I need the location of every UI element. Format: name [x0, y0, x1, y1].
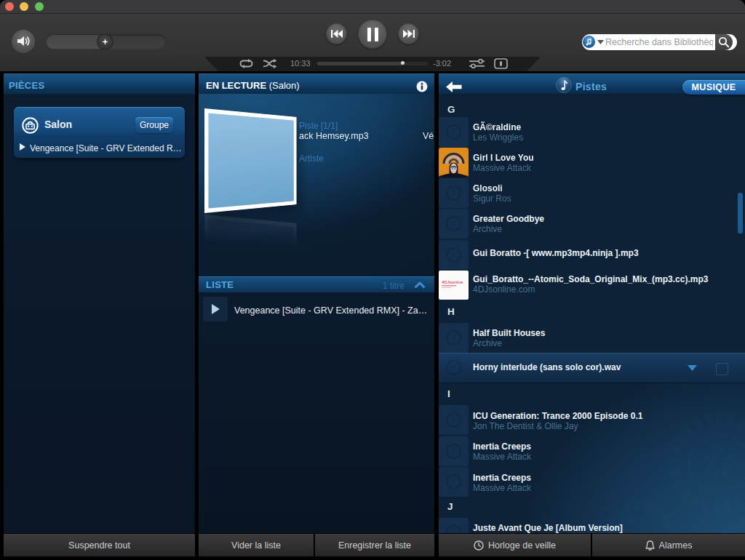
svg-text:4DJsonline: 4DJsonline	[442, 280, 463, 284]
